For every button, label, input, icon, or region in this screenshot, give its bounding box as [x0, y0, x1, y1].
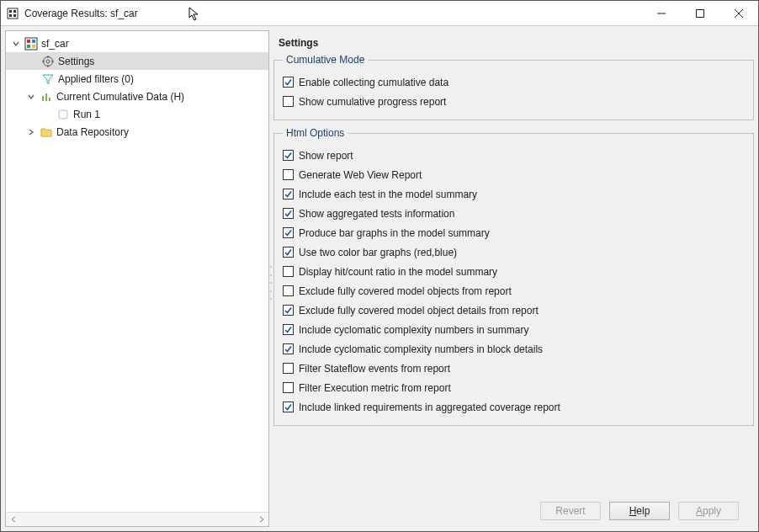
- tree-node-label: Settings: [58, 56, 94, 67]
- app-icon: [6, 7, 19, 20]
- checkbox[interactable]: [283, 189, 294, 200]
- check-aggregated-tests[interactable]: Show aggregated tests information: [283, 204, 745, 223]
- checkbox-label: Include linked requirements in aggregate…: [299, 402, 560, 413]
- svg-marker-20: [43, 75, 53, 84]
- checkbox-label: Filter Execution metric from report: [299, 382, 451, 394]
- check-linked-req[interactable]: Include linked requirements in aggregate…: [283, 397, 745, 417]
- filter-icon: [41, 72, 55, 86]
- checkbox[interactable]: [283, 382, 294, 393]
- checkbox[interactable]: [283, 343, 294, 354]
- check-filter-exec[interactable]: Filter Execution metric from report: [283, 378, 745, 397]
- main-body: sf_car Settings Applied filters (0) Curr…: [1, 26, 758, 531]
- tree-node-settings[interactable]: Settings: [6, 52, 268, 70]
- data-icon: [40, 90, 53, 104]
- horizontal-scrollbar[interactable]: [6, 512, 268, 526]
- group-legend: Html Options: [283, 127, 348, 139]
- checkbox-label: Show report: [299, 150, 353, 162]
- checkbox[interactable]: [283, 266, 294, 277]
- html-options-group: Html Options Show report Generate Web Vi…: [273, 127, 754, 426]
- tree-node-run[interactable]: Run 1: [6, 105, 268, 123]
- checkbox[interactable]: [283, 324, 294, 335]
- checkbox-label: Enable collecting cumulative data: [299, 77, 448, 88]
- checkbox-label: Include cyclomatic complexity numbers in…: [299, 324, 528, 336]
- checkbox-label: Show aggregated tests information: [299, 208, 454, 220]
- svg-rect-6: [697, 9, 704, 17]
- checkbox[interactable]: [283, 150, 294, 161]
- minimize-button[interactable]: [642, 1, 681, 26]
- svg-rect-13: [32, 45, 35, 48]
- cumulative-mode-group: Cumulative Mode Enable collecting cumula…: [273, 54, 754, 120]
- scroll-right-button[interactable]: [254, 513, 268, 527]
- check-filter-sf[interactable]: Filter Stateflow events from report: [283, 359, 745, 378]
- checkbox-label: Filter Stateflow events from report: [299, 363, 450, 375]
- gear-icon: [41, 55, 55, 68]
- chevron-down-icon[interactable]: [9, 37, 23, 51]
- check-bar-graphs[interactable]: Produce bar graphs in the model summary: [283, 223, 745, 242]
- svg-rect-10: [27, 40, 30, 43]
- checkbox[interactable]: [283, 96, 294, 107]
- tree-node-label: sf_car: [41, 38, 69, 50]
- group-legend: Cumulative Mode: [283, 54, 368, 66]
- svg-point-14: [44, 56, 53, 66]
- model-icon: [24, 37, 38, 51]
- svg-point-15: [46, 60, 50, 63]
- svg-rect-23: [49, 98, 50, 101]
- settings-heading: Settings: [273, 30, 754, 54]
- tree[interactable]: sf_car Settings Applied filters (0) Curr…: [6, 31, 268, 512]
- scroll-left-button[interactable]: [6, 513, 20, 527]
- checkbox[interactable]: [283, 305, 294, 316]
- tree-node-filters[interactable]: Applied filters (0): [6, 70, 268, 88]
- button-bar: Revert Help Apply: [273, 497, 754, 527]
- svg-rect-21: [42, 96, 44, 101]
- checkbox[interactable]: [283, 208, 294, 219]
- apply-button[interactable]: Apply: [678, 502, 739, 520]
- maximize-button[interactable]: [681, 1, 719, 26]
- svg-rect-12: [27, 45, 30, 48]
- revert-button[interactable]: Revert: [540, 502, 601, 520]
- check-exclude-details[interactable]: Exclude fully covered model object detai…: [283, 301, 745, 320]
- tree-node-repo[interactable]: Data Repository: [6, 123, 268, 141]
- help-button[interactable]: Help: [609, 502, 670, 520]
- titlebar: Coverage Results: sf_car: [1, 1, 758, 26]
- check-exclude-objects[interactable]: Exclude fully covered model objects from…: [283, 281, 745, 301]
- help-label-rest: elp: [636, 505, 650, 517]
- tree-node-label: Run 1: [73, 109, 100, 120]
- tree-node-cumulative[interactable]: Current Cumulative Data (H): [6, 88, 268, 105]
- svg-rect-2: [13, 10, 16, 13]
- check-web-view[interactable]: Generate Web View Report: [283, 165, 745, 184]
- checkbox-label: Include each test in the model summary: [299, 189, 477, 200]
- check-cc-summary[interactable]: Include cyclomatic complexity numbers in…: [283, 320, 745, 339]
- right-pane: Settings Cumulative Mode Enable collecti…: [273, 30, 754, 527]
- checkbox[interactable]: [283, 169, 294, 180]
- tree-node-label: Applied filters (0): [58, 73, 134, 85]
- check-hit-count[interactable]: Display hit/count ratio in the model sum…: [283, 262, 745, 281]
- checkbox-label: Generate Web View Report: [299, 169, 422, 181]
- run-icon: [56, 108, 70, 121]
- splitter-grip[interactable]: [270, 266, 273, 300]
- checkbox[interactable]: [283, 402, 294, 412]
- check-cc-block[interactable]: Include cyclomatic complexity numbers in…: [283, 339, 745, 359]
- checkbox[interactable]: [283, 227, 294, 238]
- checkbox[interactable]: [283, 247, 294, 258]
- check-show-report[interactable]: Show report: [283, 146, 745, 165]
- checkbox-label: Include cyclomatic complexity numbers in…: [299, 343, 543, 355]
- close-button[interactable]: [719, 1, 758, 26]
- check-include-tests[interactable]: Include each test in the model summary: [283, 184, 745, 204]
- chevron-right-icon[interactable]: [24, 125, 38, 139]
- svg-rect-22: [45, 93, 47, 101]
- tree-node-root[interactable]: sf_car: [6, 35, 268, 52]
- svg-rect-1: [9, 10, 12, 13]
- check-two-color[interactable]: Use two color bar graphs (red,blue): [283, 242, 745, 262]
- checkbox-label: Display hit/count ratio in the model sum…: [299, 266, 497, 278]
- cursor-icon: [188, 7, 202, 20]
- check-show-progress[interactable]: Show cumulative progress report: [283, 92, 745, 111]
- tree-pane: sf_car Settings Applied filters (0) Curr…: [5, 30, 269, 527]
- checkbox[interactable]: [283, 285, 294, 296]
- settings-content: Cumulative Mode Enable collecting cumula…: [273, 54, 754, 497]
- svg-rect-11: [32, 40, 35, 43]
- checkbox[interactable]: [283, 363, 294, 374]
- checkbox[interactable]: [283, 77, 294, 88]
- tree-node-label: Data Repository: [56, 126, 129, 138]
- chevron-down-icon[interactable]: [24, 90, 38, 104]
- check-enable-cumulative[interactable]: Enable collecting cumulative data: [283, 72, 745, 92]
